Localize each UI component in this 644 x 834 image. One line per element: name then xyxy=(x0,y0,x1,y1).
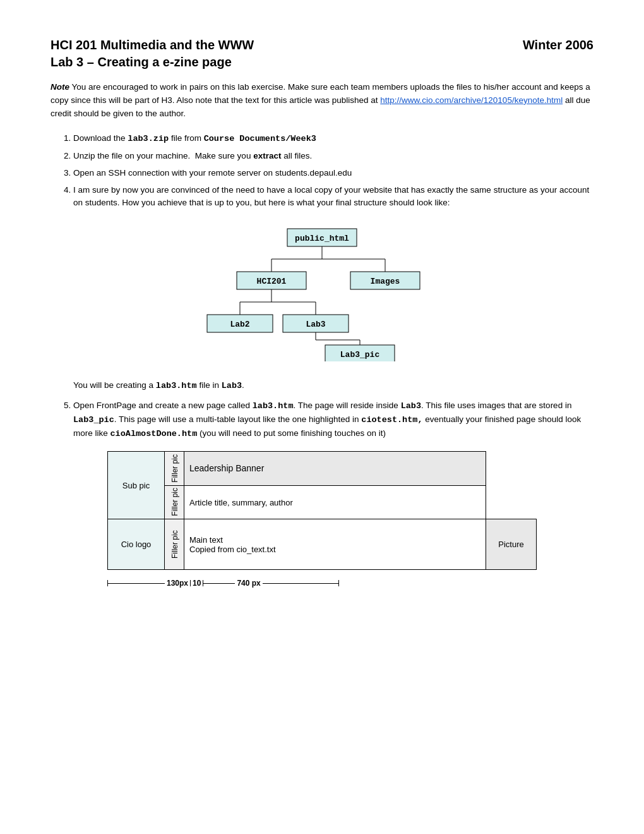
ruler: 130px 10 740 px xyxy=(107,579,537,588)
svg-text:Lab2: Lab2 xyxy=(230,320,249,329)
layout-row-cio: Cio logo Filler pic Main text Copied fro… xyxy=(108,519,537,570)
step5-mono2: Lab3 xyxy=(401,401,421,411)
ruler-label-130px: 130px xyxy=(165,579,190,588)
layout-row-2: Filler pic Article title, summary, autho… xyxy=(108,485,537,519)
step5-mono4: ciotest.htm, xyxy=(361,415,422,425)
cio-logo-cell: Cio logo xyxy=(108,519,165,570)
step1-mono1: lab3.zip xyxy=(128,134,169,143)
svg-text:Images: Images xyxy=(371,277,400,286)
ruler-line-1 xyxy=(108,583,165,584)
svg-text:HCI201: HCI201 xyxy=(257,277,287,286)
page-content: HCI 201 Multimedia and the WWW Winter 20… xyxy=(51,38,593,588)
svg-text:Lab3: Lab3 xyxy=(306,320,325,329)
step-5: Open FrontPage and create a new page cal… xyxy=(73,399,593,441)
step-4: I am sure by now you are convinced of th… xyxy=(73,184,593,210)
page-subtitle: Lab 3 – Creating a e-zine page xyxy=(51,55,593,70)
ruler-line-2 xyxy=(203,583,235,584)
step5-list: Open FrontPage and create a new page cal… xyxy=(73,399,593,441)
page-title-left: HCI 201 Multimedia and the WWW xyxy=(51,38,254,52)
filler-pic-cell-2: Filler pic xyxy=(165,485,184,519)
main-text-line2: Copied from cio_text.txt xyxy=(189,545,480,554)
leadership-banner-cell: Leadership Banner xyxy=(184,452,486,486)
main-text-cell: Main text Copied from cio_text.txt xyxy=(184,519,486,570)
filler-pic-cell-3: Filler pic xyxy=(165,519,184,570)
svg-text:public_html: public_html xyxy=(295,234,349,243)
steps-list: Download the lab3.zip file from Course D… xyxy=(73,132,593,210)
note-block: Note You are encouraged to work in pairs… xyxy=(51,81,593,121)
step1-mono2: Course Documents/Week3 xyxy=(204,134,316,143)
ruler-tick-end xyxy=(338,580,339,586)
tree-diagram: public_html HCI201 Images Lab2 xyxy=(51,222,593,361)
layout-row-1: Sub pic Filler pic Leadership Banner xyxy=(108,452,537,486)
step5-mono3: Lab3_pic xyxy=(73,415,114,425)
page-title-right: Winter 2006 xyxy=(523,38,593,52)
para-after-tree: You will be creating a lab3.htm file in … xyxy=(73,379,593,393)
step2-bold: extract xyxy=(253,151,281,160)
main-text-line1: Main text xyxy=(189,535,480,545)
tree-svg: public_html HCI201 Images Lab2 xyxy=(189,222,455,361)
layout-diagram-table: Sub pic Filler pic Leadership Banner Fil… xyxy=(107,451,537,570)
sub-pic-cell: Sub pic xyxy=(108,452,165,519)
step5-mono1: lab3.htm xyxy=(253,401,294,411)
lab3-ref: Lab3 xyxy=(222,381,242,390)
step-3: Open an SSH connection with your remote … xyxy=(73,167,593,180)
ruler-line-3 xyxy=(263,583,338,584)
picture-cell: Picture xyxy=(486,519,537,570)
lab3htm-ref: lab3.htm xyxy=(156,381,197,390)
ruler-label-740px: 740 px xyxy=(235,579,262,588)
svg-text:Lab3_pic: Lab3_pic xyxy=(340,350,380,360)
step-1: Download the lab3.zip file from Course D… xyxy=(73,132,593,146)
step5-mono5: cioAlmostDone.htm xyxy=(110,429,198,438)
ruler-label-10: 10 xyxy=(191,579,203,588)
note-link[interactable]: http://www.cio.com/archive/120105/keynot… xyxy=(380,95,563,105)
filler-pic-cell-1: Filler pic xyxy=(165,452,184,486)
step-2: Unzip the file on your machine. Make sur… xyxy=(73,150,593,163)
article-cell: Article title, summary, author xyxy=(184,485,486,519)
note-label: Note xyxy=(51,82,69,92)
